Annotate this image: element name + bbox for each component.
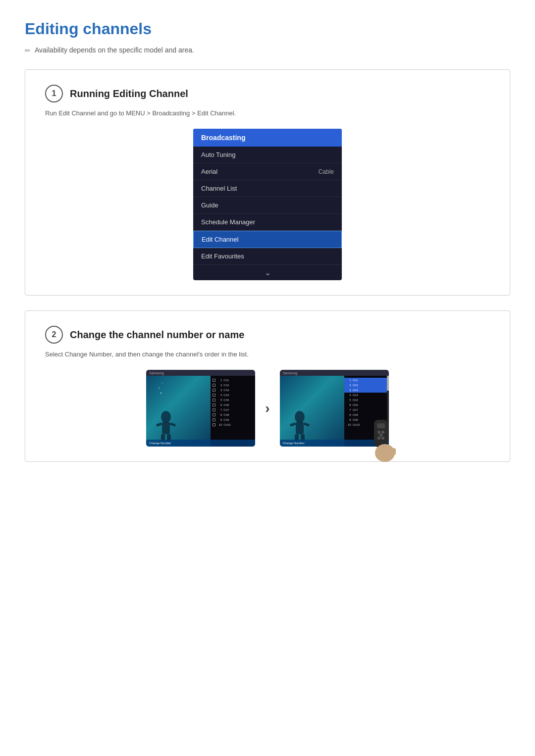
svg-rect-25	[388, 446, 392, 455]
menu-item-schedulemanager[interactable]: Schedule Manager	[193, 214, 342, 231]
pencil-icon: ✏	[25, 47, 31, 54]
note-line: ✏ Availability depends on the specific m…	[25, 46, 510, 54]
tv-list-item-selected: 3Ch3	[344, 388, 389, 393]
menu-item-autotuning[interactable]: Auto Tuning	[193, 147, 342, 163]
svg-point-7	[159, 388, 160, 389]
diver-silhouette	[151, 409, 181, 444]
page-title: Editing channels	[25, 20, 510, 38]
svg-rect-1	[162, 422, 170, 434]
tv-list-item: 7Ch7	[344, 407, 389, 412]
tv-screen-left: Samsung	[146, 370, 255, 447]
diver-silhouette-right	[285, 409, 315, 444]
tv-top-bar-right: Samsung	[280, 370, 389, 376]
tv-list-item: 5Ch5	[211, 398, 255, 403]
remote-hand	[364, 417, 406, 466]
tv-image-right	[280, 376, 344, 447]
step2-circle: 2	[45, 326, 63, 344]
menu-mockup: Broadcasting Auto Tuning Aerial Cable Ch…	[193, 129, 342, 280]
tv-list-item: 7Ch7	[211, 407, 255, 412]
section1-box: 1 Running Editing Channel Run Edit Chann…	[25, 69, 510, 296]
tv-content-left: 1Ch1 2Ch2 3Ch3 4Ch4 5Ch5 6Ch6 7Ch7 8Ch8 …	[146, 376, 255, 447]
svg-point-6	[160, 392, 162, 394]
menu-item-editfavourites[interactable]: Edit Favourites	[193, 248, 342, 265]
step1-description: Run Edit Channel and go to MENU > Broadc…	[45, 109, 490, 117]
tv-list-item: 4Ch3	[344, 393, 389, 398]
svg-point-20	[377, 437, 380, 440]
tv-screen-left-wrap: Samsung	[146, 370, 255, 447]
step2-title: Change the channel number or name	[70, 329, 244, 341]
svg-point-0	[161, 411, 171, 423]
menu-item-editchannel[interactable]: Edit Channel	[193, 231, 342, 248]
tv-bottom-bar-left: Change Number	[146, 440, 255, 447]
svg-rect-12	[303, 422, 310, 427]
step1-header: 1 Running Editing Channel	[45, 85, 490, 102]
svg-rect-11	[289, 422, 296, 427]
step1-title: Running Editing Channel	[70, 88, 188, 100]
tv-image-left	[146, 376, 211, 447]
menu-mockup-container: Broadcasting Auto Tuning Aerial Cable Ch…	[45, 129, 490, 280]
svg-rect-24	[383, 445, 387, 455]
svg-point-21	[381, 437, 384, 440]
tv-list-item: 4Ch4	[211, 393, 255, 398]
svg-rect-23	[378, 446, 382, 456]
bubbles	[156, 378, 166, 398]
step1-circle: 1	[45, 85, 63, 102]
tv-list-item: 10Ch10	[211, 422, 255, 427]
tv-list-item: 3Ch3	[211, 388, 255, 393]
tv-list-item: 5Ch3	[344, 398, 389, 403]
screens-row: Samsung	[45, 370, 490, 447]
tv-list-item-selected: 2Ch2	[344, 383, 389, 388]
tv-top-bar-left: Samsung	[146, 370, 255, 376]
svg-rect-2	[156, 422, 162, 427]
tv-list-item: 1Ch1	[211, 378, 255, 383]
menu-header: Broadcasting	[193, 129, 342, 147]
tv-list-item: 8Ch8	[344, 412, 389, 417]
svg-point-9	[295, 411, 305, 423]
scrollbar-thumb	[387, 376, 389, 391]
tv-list-item: 6Ch6	[211, 403, 255, 407]
arrow-right: ›	[265, 401, 269, 416]
svg-rect-10	[296, 422, 304, 434]
svg-point-17	[377, 431, 380, 434]
tv-screen-right-wrap: Samsung 1Ch1	[280, 370, 389, 447]
tv-list-panel-left: 1Ch1 2Ch2 3Ch3 4Ch4 5Ch5 6Ch6 7Ch7 8Ch8 …	[211, 376, 255, 447]
menu-item-guide[interactable]: Guide	[193, 197, 342, 214]
tv-list-item: 8Ch8	[211, 412, 255, 417]
tv-list-item: 2Ch2	[211, 383, 255, 388]
tv-list-item-selected: 1Ch1	[344, 378, 389, 383]
note-text: Availability depends on the specific mod…	[35, 46, 194, 54]
tv-list-item: 9Ch9	[211, 417, 255, 422]
svg-rect-16	[377, 423, 385, 428]
menu-item-channellist[interactable]: Channel List	[193, 180, 342, 197]
svg-point-8	[162, 383, 163, 384]
svg-rect-3	[170, 422, 176, 427]
step2-header: 2 Change the channel number or name	[45, 326, 490, 344]
menu-item-aerial[interactable]: Aerial Cable	[193, 163, 342, 180]
section2-box: 2 Change the channel number or name Sele…	[25, 310, 510, 462]
svg-point-18	[381, 431, 384, 434]
svg-rect-26	[392, 448, 396, 455]
remote-hand-svg	[364, 417, 406, 464]
svg-point-19	[379, 434, 382, 437]
tv-list-item: 6Ch5	[344, 403, 389, 407]
step2-description: Select Change Number, and then change th…	[45, 351, 490, 358]
menu-chevron: ⌄	[193, 265, 342, 280]
